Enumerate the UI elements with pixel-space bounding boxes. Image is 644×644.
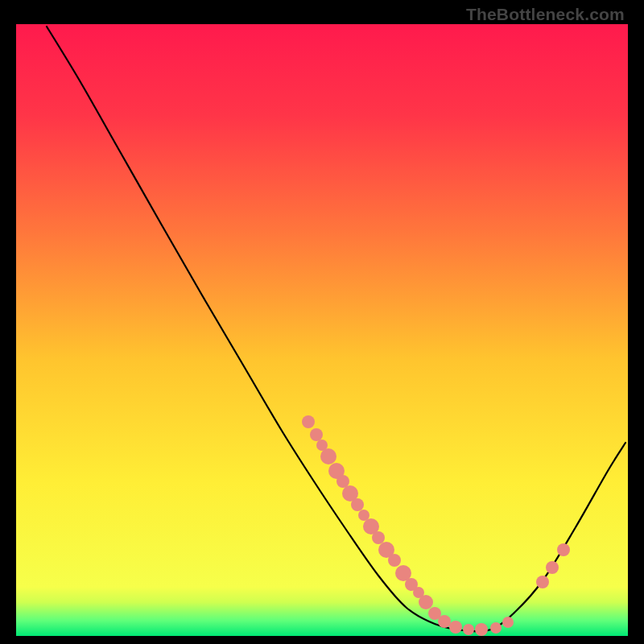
data-point <box>557 543 570 556</box>
data-point <box>463 624 474 635</box>
data-point <box>536 576 549 588</box>
chart-background <box>16 24 628 636</box>
data-point <box>438 615 451 628</box>
data-point <box>490 622 502 634</box>
data-point <box>475 623 488 636</box>
data-point <box>449 621 462 634</box>
chart-svg <box>16 24 628 636</box>
data-point <box>310 428 323 441</box>
data-point <box>320 448 336 464</box>
data-point <box>372 531 385 544</box>
data-point <box>302 415 315 428</box>
data-point <box>502 617 514 628</box>
data-point <box>351 498 364 511</box>
data-point <box>419 595 433 609</box>
data-point <box>388 554 401 567</box>
data-point <box>546 561 559 574</box>
watermark-text: TheBottleneck.com <box>466 5 625 24</box>
chart-area <box>16 24 628 636</box>
